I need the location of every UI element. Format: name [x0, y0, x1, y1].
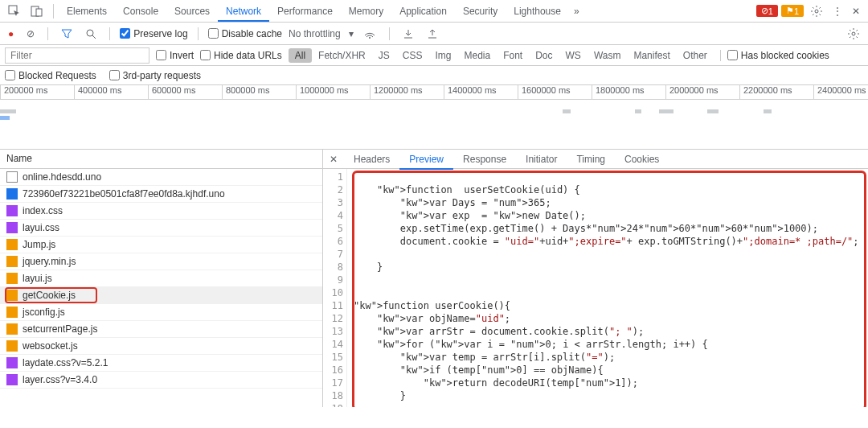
- request-name: 723960ef73221be0501cfa8f7ee0fd8a.kjhdf.u…: [23, 188, 225, 200]
- detail-tabs: ✕ HeadersPreviewResponseInitiatorTimingC…: [323, 150, 868, 169]
- top-tab-elements[interactable]: Elements: [59, 2, 115, 20]
- devtools-top-bar: ElementsConsoleSourcesNetworkPerformance…: [0, 0, 868, 23]
- clear-icon[interactable]: ⊘: [23, 27, 38, 41]
- detail-tab-initiator[interactable]: Initiator: [516, 150, 567, 168]
- js-file-icon: [6, 273, 18, 284]
- timeline-tick: 1600000 ms: [518, 85, 592, 99]
- doc-file-icon: [6, 171, 18, 183]
- top-tab-network[interactable]: Network: [218, 2, 269, 22]
- filter-input[interactable]: [5, 47, 149, 64]
- css-file-icon: [6, 205, 18, 216]
- request-row[interactable]: jquery.min.js: [0, 253, 322, 270]
- blocked-requests-checkbox[interactable]: Blocked Requests: [5, 70, 96, 81]
- svg-point-3: [815, 10, 818, 13]
- filter-chip-css[interactable]: CSS: [396, 48, 429, 63]
- timeline-tick: 1400000 ms: [444, 85, 518, 99]
- timeline-tick: 2000000 ms: [665, 85, 739, 99]
- request-row[interactable]: jsconfig.js: [0, 304, 322, 321]
- js-file-icon: [6, 256, 18, 267]
- filter-chip-media[interactable]: Media: [457, 48, 497, 63]
- preserve-log-checkbox[interactable]: Preserve log: [120, 28, 187, 39]
- request-row[interactable]: setcurrentPage.js: [0, 321, 322, 338]
- top-tab-performance[interactable]: Performance: [269, 2, 341, 20]
- invert-checkbox[interactable]: Invert: [156, 50, 194, 61]
- json-file-icon: [6, 188, 18, 200]
- timeline-tick: 1000000 ms: [296, 85, 370, 99]
- throttling-select[interactable]: No throttling ▾: [289, 28, 354, 39]
- third-party-checkbox[interactable]: 3rd-party requests: [109, 70, 201, 81]
- record-icon[interactable]: ●: [5, 27, 17, 41]
- request-name: layui.css: [23, 222, 59, 233]
- request-row[interactable]: layer.css?v=3.4.0: [0, 372, 322, 389]
- request-name: getCookie.js: [23, 290, 76, 301]
- request-detail: ✕ HeadersPreviewResponseInitiatorTimingC…: [323, 150, 868, 407]
- top-tab-application[interactable]: Application: [391, 2, 455, 20]
- request-row[interactable]: Jump.js: [0, 237, 322, 253]
- settings-icon[interactable]: [805, 2, 828, 21]
- import-har-icon[interactable]: [399, 27, 417, 41]
- request-row[interactable]: index.css: [0, 203, 322, 220]
- filter-chip-img[interactable]: Img: [428, 48, 457, 63]
- filter-chip-ws[interactable]: WS: [559, 48, 588, 63]
- request-name: online.hdesdd.uno: [23, 171, 101, 183]
- timeline-tick: 1800000 ms: [592, 85, 665, 99]
- request-row[interactable]: online.hdesdd.uno: [0, 169, 322, 186]
- name-column-header[interactable]: Name: [0, 150, 322, 169]
- error-badge[interactable]: ⊘ 1: [756, 5, 778, 17]
- request-row[interactable]: laydate.css?v=5.2.1: [0, 355, 322, 372]
- timeline-tick: 400000 ms: [74, 85, 148, 99]
- warning-badge[interactable]: ⚑ 1: [781, 5, 804, 17]
- close-devtools-icon[interactable]: ✕: [847, 2, 865, 20]
- top-tab-sources[interactable]: Sources: [166, 2, 218, 20]
- filter-chip-wasm[interactable]: Wasm: [588, 48, 628, 63]
- request-list: Name online.hdesdd.uno723960ef73221be050…: [0, 150, 323, 407]
- timeline-overview[interactable]: 200000 ms400000 ms600000 ms800000 ms1000…: [0, 85, 868, 150]
- close-detail-icon[interactable]: ✕: [323, 152, 344, 167]
- filter-chip-js[interactable]: JS: [372, 48, 396, 63]
- top-tab-console[interactable]: Console: [115, 2, 166, 20]
- divider: [53, 4, 54, 19]
- detail-tab-preview[interactable]: Preview: [399, 150, 453, 170]
- filter-chip-other[interactable]: Other: [677, 48, 714, 63]
- device-toggle-icon[interactable]: [26, 2, 48, 21]
- filter-chip-manifest[interactable]: Manifest: [627, 48, 676, 63]
- request-name: laydate.css?v=5.2.1: [23, 357, 108, 368]
- css-file-icon: [6, 222, 18, 233]
- export-har-icon[interactable]: [424, 27, 441, 41]
- network-conditions-icon[interactable]: [360, 27, 379, 41]
- request-row[interactable]: layui.css: [0, 220, 322, 237]
- preview-pane[interactable]: 12345678910111213141516171819 "kw">funct…: [323, 169, 868, 407]
- detail-tab-cookies[interactable]: Cookies: [615, 150, 669, 168]
- css-file-icon: [6, 374, 18, 385]
- request-row[interactable]: layui.js: [0, 270, 322, 287]
- js-file-icon: [6, 239, 18, 250]
- network-settings-icon[interactable]: [844, 26, 863, 42]
- svg-point-4: [87, 30, 93, 36]
- disable-cache-checkbox[interactable]: Disable cache: [208, 28, 282, 39]
- has-blocked-cookies-checkbox[interactable]: Has blocked cookies: [727, 50, 829, 61]
- top-tab-memory[interactable]: Memory: [341, 2, 391, 20]
- js-file-icon: [6, 323, 18, 335]
- detail-tab-response[interactable]: Response: [453, 150, 516, 168]
- search-icon[interactable]: [82, 27, 100, 41]
- svg-point-6: [369, 37, 371, 39]
- filter-chip-doc[interactable]: Doc: [529, 48, 559, 63]
- filter-chip-font[interactable]: Font: [497, 48, 529, 63]
- filter-toggle-icon[interactable]: [58, 27, 76, 41]
- network-main: Name online.hdesdd.uno723960ef73221be050…: [0, 150, 868, 407]
- detail-tab-timing[interactable]: Timing: [567, 150, 615, 168]
- kebab-menu-icon[interactable]: ⋮: [828, 2, 847, 20]
- more-tabs-icon[interactable]: »: [569, 2, 584, 20]
- svg-line-5: [92, 35, 96, 39]
- request-row[interactable]: websocket.js: [0, 338, 322, 355]
- hide-data-urls-checkbox[interactable]: Hide data URLs: [200, 50, 282, 61]
- request-row[interactable]: 723960ef73221be0501cfa8f7ee0fd8a.kjhdf.u…: [0, 186, 322, 203]
- top-tab-security[interactable]: Security: [455, 2, 506, 20]
- detail-tab-headers[interactable]: Headers: [344, 150, 399, 168]
- filter-chip-all[interactable]: All: [289, 48, 312, 63]
- request-row[interactable]: getCookie.js: [0, 287, 322, 304]
- filter-chip-fetchxhr[interactable]: Fetch/XHR: [312, 48, 372, 63]
- inspect-icon[interactable]: [3, 2, 26, 21]
- top-tab-lighthouse[interactable]: Lighthouse: [506, 2, 569, 20]
- timeline-tick: 200000 ms: [0, 85, 74, 99]
